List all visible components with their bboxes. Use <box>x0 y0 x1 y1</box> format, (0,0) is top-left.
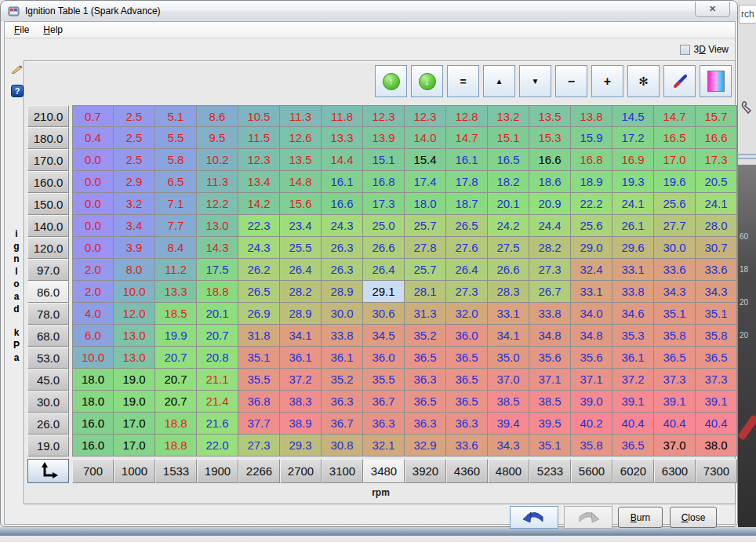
redo-button[interactable] <box>564 506 612 529</box>
table-cell[interactable]: 18.8 <box>155 435 197 457</box>
table-cell[interactable]: 25.5 <box>280 237 322 259</box>
table-cell[interactable]: 11.5 <box>238 127 280 149</box>
menu-file[interactable]: File <box>14 24 29 35</box>
table-cell[interactable]: 2.5 <box>114 149 155 171</box>
scale-button[interactable]: ✻ <box>627 65 660 97</box>
table-cell[interactable]: 20.1 <box>197 303 238 325</box>
table-cell[interactable]: 33.1 <box>571 281 612 303</box>
table-cell[interactable]: 15.6 <box>280 193 322 215</box>
set-equal-button[interactable]: = <box>447 65 479 97</box>
rpm-header[interactable]: 6020 <box>612 459 654 483</box>
table-cell[interactable]: 34.1 <box>280 325 322 347</box>
table-cell[interactable]: 35.1 <box>654 303 696 325</box>
table-cell[interactable]: 35.5 <box>363 369 405 391</box>
table-cell[interactable]: 13.8 <box>571 105 612 127</box>
table-cell[interactable]: 2.5 <box>114 105 155 127</box>
table-cell[interactable]: 33.6 <box>446 435 488 457</box>
table-cell[interactable]: 32.4 <box>571 259 612 281</box>
table-cell[interactable]: 15.1 <box>488 127 529 149</box>
table-cell[interactable]: 30.0 <box>654 237 696 259</box>
table-cell[interactable]: 5.1 <box>155 105 197 127</box>
rpm-header[interactable]: 2266 <box>238 459 280 483</box>
table-cell[interactable]: 18.8 <box>155 413 197 435</box>
table-cell[interactable]: 35.2 <box>322 369 363 391</box>
table-cell[interactable]: 18.9 <box>571 171 612 193</box>
table-cell[interactable]: 37.3 <box>654 369 696 391</box>
table-cell[interactable]: 26.7 <box>529 281 571 303</box>
table-cell[interactable]: 14.0 <box>405 127 446 149</box>
table-cell[interactable]: 16.6 <box>529 149 571 171</box>
table-cell[interactable]: 26.4 <box>363 259 405 281</box>
table-cell[interactable]: 36.5 <box>446 347 488 369</box>
table-cell[interactable]: 40.4 <box>696 413 737 435</box>
table-cell[interactable]: 10.0 <box>72 347 114 369</box>
table-cell[interactable]: 25.6 <box>654 193 696 215</box>
table-cell[interactable]: 33.8 <box>322 325 363 347</box>
table-cell[interactable]: 37.0 <box>654 435 696 457</box>
load-header[interactable]: 160.0 <box>27 171 69 193</box>
table-cell[interactable]: 35.1 <box>238 347 280 369</box>
table-cell[interactable]: 26.3 <box>322 237 363 259</box>
table-cell[interactable]: 25.6 <box>571 215 612 237</box>
table-cell[interactable]: 13.2 <box>488 105 529 127</box>
table-cell[interactable]: 35.2 <box>405 325 446 347</box>
table-cell[interactable]: 18.0 <box>405 193 446 215</box>
table-cell[interactable]: 24.3 <box>322 215 363 237</box>
load-header[interactable]: 68.0 <box>27 325 69 347</box>
table-cell[interactable]: 4.0 <box>72 303 114 325</box>
table-cell[interactable]: 37.2 <box>612 369 654 391</box>
table-cell[interactable]: 36.0 <box>446 325 488 347</box>
table-cell[interactable]: 20.5 <box>696 171 737 193</box>
table-cell[interactable]: 28.0 <box>696 215 737 237</box>
table-cell[interactable]: 10.0 <box>114 281 155 303</box>
table-cell[interactable]: 16.0 <box>72 413 114 435</box>
burn-button[interactable]: Burn <box>618 507 663 528</box>
table-cell[interactable]: 27.7 <box>654 215 696 237</box>
table-cell[interactable]: 24.3 <box>238 237 280 259</box>
table-cell[interactable]: 19.6 <box>654 171 696 193</box>
view-3d-option[interactable]: 3D View <box>680 44 729 55</box>
table-cell[interactable]: 34.3 <box>696 281 737 303</box>
table-cell[interactable]: 21.6 <box>197 413 238 435</box>
table-cell[interactable]: 0.0 <box>72 215 114 237</box>
table-cell[interactable]: 19.0 <box>114 391 155 413</box>
table-cell[interactable]: 40.2 <box>571 413 612 435</box>
table-cell[interactable]: 24.4 <box>529 215 571 237</box>
rpm-header[interactable]: 6300 <box>654 459 696 483</box>
load-header[interactable]: 26.0 <box>27 413 69 435</box>
table-cell[interactable]: 14.3 <box>197 237 238 259</box>
table-cell[interactable]: 39.1 <box>696 391 737 413</box>
table-cell[interactable]: 7.1 <box>155 193 197 215</box>
table-cell[interactable]: 12.3 <box>405 105 446 127</box>
table-cell[interactable]: 16.0 <box>72 435 114 457</box>
rpm-header[interactable]: 1000 <box>114 459 155 483</box>
table-cell[interactable]: 16.9 <box>612 149 654 171</box>
table-cell[interactable]: 18.0 <box>72 391 114 413</box>
table-cell[interactable]: 26.6 <box>488 259 529 281</box>
table-cell[interactable]: 34.1 <box>488 325 529 347</box>
table-cell[interactable]: 20.7 <box>155 391 197 413</box>
table-cell[interactable]: 0.0 <box>72 237 114 259</box>
table-cell[interactable]: 12.6 <box>280 127 322 149</box>
table-cell[interactable]: 35.6 <box>571 347 612 369</box>
table-cell[interactable]: 36.5 <box>405 347 446 369</box>
table-cell[interactable]: 26.4 <box>280 259 322 281</box>
table-cell[interactable]: 9.5 <box>197 127 238 149</box>
table-cell[interactable]: 36.5 <box>446 369 488 391</box>
table-cell[interactable]: 10.5 <box>238 105 280 127</box>
table-cell[interactable]: 0.0 <box>72 171 114 193</box>
table-cell[interactable]: 15.9 <box>571 127 612 149</box>
table-cell[interactable]: 34.6 <box>612 303 654 325</box>
table-cell[interactable]: 38.5 <box>529 391 571 413</box>
table-cell[interactable]: 36.7 <box>322 413 363 435</box>
table-cell[interactable]: 28.9 <box>280 303 322 325</box>
table-cell[interactable]: 36.5 <box>405 391 446 413</box>
table-cell[interactable]: 16.6 <box>696 127 737 149</box>
table-cell[interactable]: 14.4 <box>322 149 363 171</box>
table-cell[interactable]: 17.0 <box>654 149 696 171</box>
table-cell[interactable]: 33.1 <box>488 303 529 325</box>
table-cell[interactable]: 2.5 <box>114 127 155 149</box>
table-cell[interactable]: 16.8 <box>363 171 405 193</box>
rpm-header[interactable]: 3480 <box>363 459 405 483</box>
table-cell[interactable]: 16.1 <box>322 171 363 193</box>
